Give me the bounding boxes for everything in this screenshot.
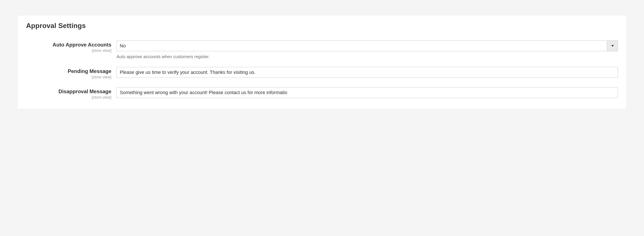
svg-marker-0 [611,45,614,47]
auto-approve-select[interactable]: No [116,40,618,51]
pending-message-input[interactable] [116,67,618,78]
auto-approve-help: Auto approve accounts when customers reg… [116,54,618,59]
scope-label: [store view] [26,95,111,100]
pending-message-label: Pending Message [68,68,111,74]
disapproval-message-input[interactable] [116,87,618,98]
input-col [116,67,618,78]
label-col: Pending Message [store view] [26,67,116,80]
label-col: Disapproval Message [store view] [26,87,116,100]
field-row-pending-message: Pending Message [store view] [26,67,618,80]
disapproval-message-label: Disapproval Message [58,88,111,94]
scope-label: [store view] [26,48,111,53]
label-col: Auto Approve Accounts [store view] [26,40,116,53]
field-row-disapproval-message: Disapproval Message [store view] [26,87,618,100]
field-row-auto-approve: Auto Approve Accounts [store view] No Au… [26,40,618,59]
chevron-down-icon [607,41,618,51]
approval-settings-panel: Approval Settings Auto Approve Accounts … [17,15,627,110]
section-title: Approval Settings [26,22,618,30]
auto-approve-label: Auto Approve Accounts [52,42,111,48]
auto-approve-value: No [117,41,607,51]
scope-label: [store view] [26,75,111,80]
input-col: No Auto approve accounts when customers … [116,40,618,59]
input-col [116,87,618,98]
